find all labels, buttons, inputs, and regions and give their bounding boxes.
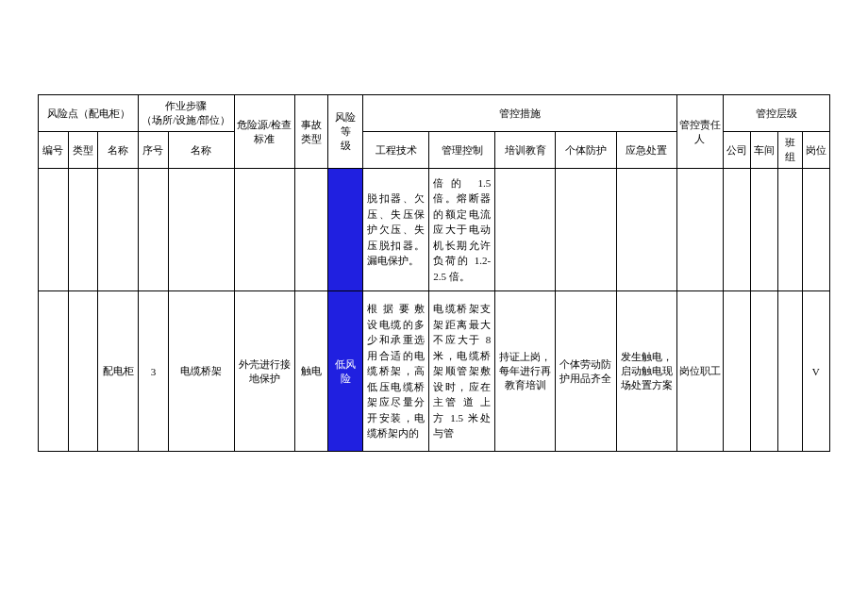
header-work-steps: 作业步骤 （场所/设施/部位）: [139, 95, 235, 132]
header-team: 班组: [778, 132, 803, 169]
eng-tech-cell: 根 据 要 敷设电缆的多少和承重选用合适的电缆桥架，高低压电缆桥架应尽量分开安装…: [363, 291, 429, 452]
emergency-cell: 发生触电，启动触电现场处置方案: [616, 291, 676, 452]
header-risk-point: 风险点（配电柜）: [39, 95, 139, 132]
ppe-cell: 个体劳动防护用品齐全: [556, 291, 616, 452]
header-workshop: 车间: [750, 132, 777, 169]
header-name: 名称: [98, 132, 139, 169]
header-control-measures: 管控措施: [363, 95, 677, 132]
header-control-person: 管控责任人: [676, 95, 723, 169]
hazard-std-cell: 外壳进行接地保护: [234, 291, 294, 452]
header-step-name: 名称: [168, 132, 234, 169]
seq-cell: 3: [139, 291, 169, 452]
header-risk-level: 风险等 级: [327, 95, 362, 169]
header-emergency: 应急处置: [616, 132, 676, 169]
accident-type-cell: 触电: [294, 291, 327, 452]
header-accident-type: 事故 类型: [294, 95, 327, 169]
header-mgmt-ctrl: 管理控制: [429, 132, 495, 169]
table-row: 脱扣器、欠压、失压保护欠压、失压脱扣器。漏电保护。 倍的 1.5 倍。熔断器的额…: [39, 169, 830, 291]
mgmt-ctrl-cell: 倍的 1.5 倍。熔断器的额定电流应大于电动机长期允许负荷的 1.2-2.5 倍…: [429, 169, 495, 291]
mgmt-ctrl-cell: 电缆桥架支架距离最大不应大于 8 米，电缆桥架顺管架敷设时，应在主管 道 上 方…: [429, 291, 495, 452]
person-cell: 岗位职工: [676, 291, 723, 452]
table-row: 配电柜 3 电缆桥架 外壳进行接地保护 触电 低风险 根 据 要 敷设电缆的多少…: [39, 291, 830, 452]
header-company: 公司: [723, 132, 750, 169]
header-eng-tech: 工程技术: [363, 132, 429, 169]
header-post: 岗位: [802, 132, 829, 169]
step-name-cell: 电缆桥架: [168, 291, 234, 452]
risk-assessment-table: 风险点（配电柜） 作业步骤 （场所/设施/部位） 危险源/检查 标准 事故 类型…: [38, 94, 830, 452]
eng-tech-cell: 脱扣器、欠压、失压保护欠压、失压脱扣器。漏电保护。: [363, 169, 429, 291]
risk-level-cell: 低风险: [327, 291, 362, 452]
name-cell: 配电柜: [98, 291, 139, 452]
header-ppe: 个体防护: [556, 132, 616, 169]
training-cell: 持证上岗，每年进行再教育培训: [495, 291, 556, 452]
header-hazard-std: 危险源/检查 标准: [234, 95, 294, 169]
header-type: 类型: [68, 132, 98, 169]
risk-level-cell: [327, 169, 362, 291]
header-training: 培训教育: [495, 132, 556, 169]
header-control-level: 管控层级: [723, 95, 829, 132]
header-seq: 序号: [139, 132, 169, 169]
post-mark-cell: V: [802, 291, 829, 452]
header-id: 编号: [39, 132, 69, 169]
